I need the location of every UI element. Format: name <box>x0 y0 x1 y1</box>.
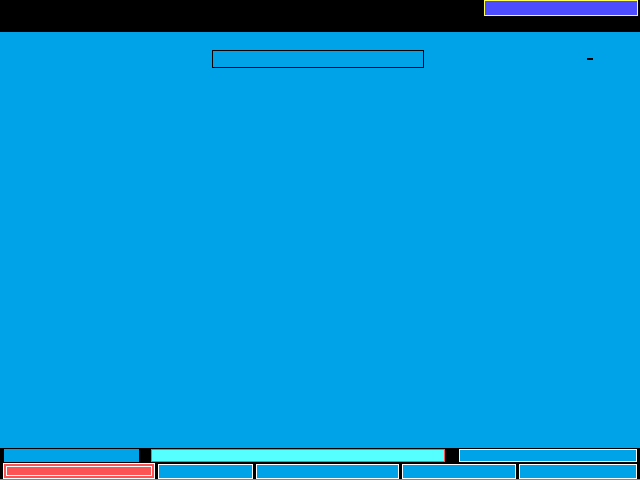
easy-scripts-banner[interactable] <box>151 449 445 462</box>
plot-area <box>0 32 640 448</box>
meter-mode-badge <box>587 58 593 60</box>
dist-an-button[interactable] <box>519 464 637 479</box>
bottom-control-bar <box>0 448 640 480</box>
sine-button[interactable] <box>158 464 253 479</box>
oscope-gen-button[interactable] <box>256 464 399 479</box>
levels-readout <box>459 449 637 462</box>
mls-imp-fft-button[interactable] <box>3 463 155 479</box>
channel-mode-button[interactable] <box>4 449 139 462</box>
spec-an-button[interactable] <box>402 464 516 479</box>
app-title-badge <box>484 0 638 16</box>
laud-app-window <box>0 0 640 480</box>
top-status-bar <box>0 0 640 32</box>
plot-title <box>212 50 424 68</box>
csd-waterfall-canvas <box>0 32 640 448</box>
